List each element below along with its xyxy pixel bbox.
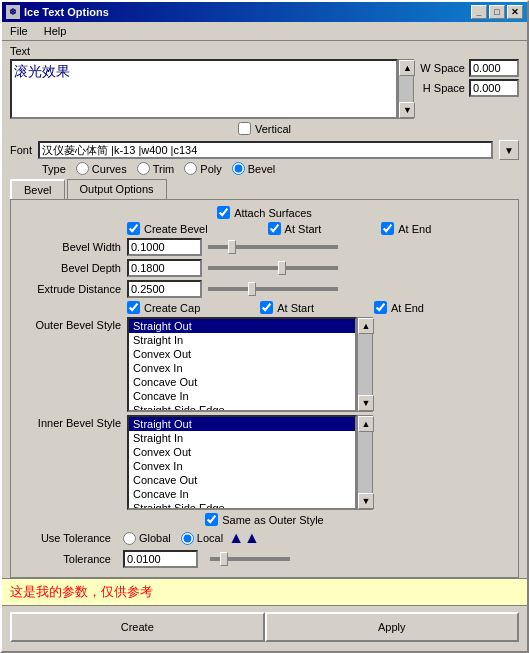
w-space-label: W Space — [420, 62, 465, 74]
extrude-distance-label: Extrude Distance — [17, 283, 127, 295]
at-start-checkbox[interactable] — [268, 222, 281, 235]
create-cap-label: Create Cap — [127, 301, 200, 314]
trim-label: Trim — [153, 163, 175, 175]
inner-bevel-item-6[interactable]: Straight Side Edge — [129, 501, 355, 510]
bevel-depth-row: Bevel Depth — [17, 259, 512, 277]
at-end-text: At End — [398, 223, 431, 235]
poly-radio[interactable] — [184, 162, 197, 175]
text-input[interactable]: 滚光效果 — [10, 59, 398, 119]
minimize-button[interactable]: _ — [471, 5, 487, 19]
apply-button[interactable]: Apply — [265, 612, 520, 642]
close-button[interactable]: ✕ — [507, 5, 523, 19]
bevel-width-slider[interactable] — [208, 245, 338, 249]
inner-bevel-item-4[interactable]: Concave Out — [129, 473, 355, 487]
global-radio-label: Global — [123, 532, 171, 545]
font-label: Font — [10, 144, 32, 156]
create-cap-checkbox[interactable] — [127, 301, 140, 314]
inner-bevel-listbox-group: Straight Out Straight In Convex Out Conv… — [127, 415, 377, 510]
inner-bevel-item-3[interactable]: Convex In — [129, 459, 355, 473]
inner-bevel-scrollbar[interactable]: ▲ ▼ — [357, 415, 373, 510]
scroll-down-btn[interactable]: ▼ — [399, 102, 415, 118]
type-row: Type Curves Trim Poly Bevel — [2, 162, 527, 175]
extrude-distance-thumb[interactable] — [248, 282, 256, 296]
cap-at-end-text: At End — [391, 302, 424, 314]
bevel-label: Bevel — [248, 163, 276, 175]
outer-bevel-scrollbar[interactable]: ▲ ▼ — [357, 317, 373, 412]
bevel-depth-input[interactable] — [127, 259, 202, 277]
vertical-row: Vertical — [2, 119, 527, 138]
inner-scroll-down[interactable]: ▼ — [358, 493, 374, 509]
curves-radio[interactable] — [76, 162, 89, 175]
tab-output[interactable]: Output Options — [67, 179, 167, 199]
text-section-label: Text — [2, 41, 527, 59]
restore-button[interactable]: □ — [489, 5, 505, 19]
global-radio[interactable] — [123, 532, 136, 545]
create-button[interactable]: Create — [10, 612, 265, 642]
create-bevel-text: Create Bevel — [144, 223, 208, 235]
bevel-depth-slider[interactable] — [208, 266, 338, 270]
outer-bevel-item-2[interactable]: Convex Out — [129, 347, 355, 361]
at-end-checkbox[interactable] — [381, 222, 394, 235]
h-space-row: H Space — [423, 79, 519, 97]
extrude-distance-slider[interactable] — [208, 287, 338, 291]
outer-scroll-down[interactable]: ▼ — [358, 395, 374, 411]
tabs-container: Bevel Output Options Attach Surfaces Cre… — [2, 175, 527, 578]
outer-bevel-item-5[interactable]: Concave In — [129, 389, 355, 403]
attach-surfaces-checkbox[interactable] — [217, 206, 230, 219]
local-radio[interactable] — [181, 532, 194, 545]
main-window: ❄ Ice Text Options _ □ ✕ File Help Text … — [0, 0, 529, 653]
type-label: Type — [42, 163, 66, 175]
menu-file[interactable]: File — [6, 24, 32, 38]
cap-at-end-checkbox[interactable] — [374, 301, 387, 314]
inner-bevel-item-2[interactable]: Convex Out — [129, 445, 355, 459]
outer-bevel-listbox[interactable]: Straight Out Straight In Convex Out Conv… — [127, 317, 357, 412]
tolerance-radio-group: Global Local — [123, 532, 223, 545]
tolerance-down-arrow: ▲ — [244, 529, 260, 547]
create-cap-text: Create Cap — [144, 302, 200, 314]
title-bar-left: ❄ Ice Text Options — [6, 5, 109, 19]
w-space-row: W Space — [420, 59, 519, 77]
outer-scroll-up[interactable]: ▲ — [358, 318, 374, 334]
cap-at-start-checkbox[interactable] — [260, 301, 273, 314]
bevel-width-thumb[interactable] — [228, 240, 236, 254]
bevel-radio[interactable] — [232, 162, 245, 175]
extrude-distance-input[interactable] — [127, 280, 202, 298]
menu-help[interactable]: Help — [40, 24, 71, 38]
tolerance-arrows: ▲ ▲ — [229, 529, 259, 547]
vertical-label: Vertical — [238, 122, 291, 135]
poly-radio-label: Poly — [184, 162, 221, 175]
tolerance-slider[interactable] — [210, 557, 290, 561]
outer-bevel-item-3[interactable]: Convex In — [129, 361, 355, 375]
same-as-outer-checkbox[interactable] — [205, 513, 218, 526]
inner-bevel-item-1[interactable]: Straight In — [129, 431, 355, 445]
at-end-label: At End — [381, 222, 431, 235]
inner-bevel-item-0[interactable]: Straight Out — [129, 417, 355, 431]
bevel-width-input[interactable] — [127, 238, 202, 256]
outer-bevel-item-6[interactable]: Straight Side Edge — [129, 403, 355, 412]
trim-radio[interactable] — [137, 162, 150, 175]
h-space-input[interactable] — [469, 79, 519, 97]
outer-bevel-item-1[interactable]: Straight In — [129, 333, 355, 347]
font-dropdown-btn[interactable]: ▼ — [499, 140, 519, 160]
font-input[interactable] — [38, 141, 493, 159]
curves-radio-label: Curves — [76, 162, 127, 175]
inner-bevel-style-row: Inner Bevel Style Straight Out Straight … — [17, 415, 512, 510]
inner-bevel-listbox[interactable]: Straight Out Straight In Convex Out Conv… — [127, 415, 357, 510]
tolerance-up-arrow: ▲ — [228, 529, 244, 547]
tolerance-input[interactable] — [123, 550, 198, 568]
outer-bevel-item-4[interactable]: Concave Out — [129, 375, 355, 389]
vertical-checkbox[interactable] — [238, 122, 251, 135]
inner-bevel-item-5[interactable]: Concave In — [129, 487, 355, 501]
text-scrollbar[interactable]: ▲ ▼ — [398, 59, 414, 119]
same-as-outer-text: Same as Outer Style — [222, 514, 324, 526]
inner-scroll-up[interactable]: ▲ — [358, 416, 374, 432]
bevel-tab-content: Attach Surfaces Create Bevel At Start At… — [10, 199, 519, 578]
w-space-input[interactable] — [469, 59, 519, 77]
tabs: Bevel Output Options — [10, 179, 519, 199]
bevel-depth-thumb[interactable] — [278, 261, 286, 275]
tab-bevel[interactable]: Bevel — [10, 179, 65, 199]
tolerance-thumb[interactable] — [220, 552, 228, 566]
outer-bevel-item-0[interactable]: Straight Out — [129, 319, 355, 333]
create-bevel-checkbox[interactable] — [127, 222, 140, 235]
scroll-up-btn[interactable]: ▲ — [399, 60, 415, 76]
